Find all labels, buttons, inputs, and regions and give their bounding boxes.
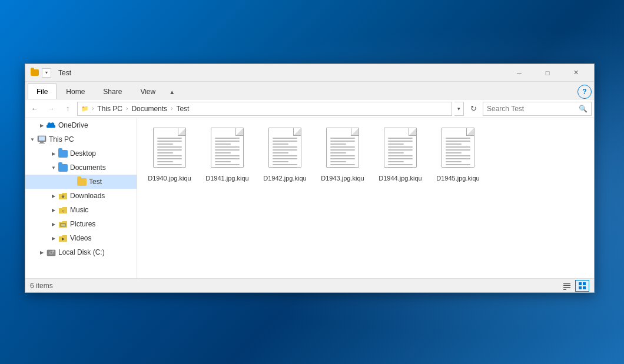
- doc-line: [157, 158, 182, 159]
- doc-line: [330, 146, 355, 148]
- folder-path-icon: 📁: [81, 105, 88, 112]
- file-item[interactable]: D1940.jpg.kiqu: [143, 124, 196, 186]
- svg-rect-13: [563, 287, 570, 288]
- file-name: D1944.jpg.kiqu: [379, 174, 421, 182]
- sidebar-item-thispc[interactable]: ▼ This PC: [25, 132, 137, 146]
- doc-line-short: [157, 161, 173, 162]
- refresh-button[interactable]: ↻: [466, 102, 480, 116]
- large-icons-view-icon: [578, 282, 586, 290]
- svg-rect-1: [39, 136, 45, 141]
- file-icon: [266, 128, 304, 172]
- doc-line-short: [330, 161, 346, 162]
- doc-line-short: [273, 161, 288, 162]
- test-folder-icon: [77, 178, 87, 186]
- music-folder-icon: ♫: [58, 205, 68, 215]
- pc-icon: [37, 135, 47, 144]
- file-item[interactable]: D1941.jpg.kiqu: [201, 124, 254, 186]
- pictures-label: Pictures: [70, 220, 95, 228]
- doc-line: [273, 167, 297, 168]
- file-item[interactable]: D1944.jpg.kiqu: [374, 124, 427, 186]
- sidebar-item-desktop[interactable]: ▶ Desktop: [25, 146, 137, 161]
- ribbon-tabs: File Home Share View ▲ ?: [25, 82, 594, 99]
- close-button[interactable]: ✕: [562, 64, 589, 82]
- doc-page: [211, 128, 244, 168]
- svg-rect-10: [52, 251, 54, 252]
- svg-point-9: [51, 252, 52, 253]
- path-documents[interactable]: Documents: [131, 105, 167, 113]
- item-count: 6 items: [30, 282, 560, 290]
- ribbon-collapse-icon[interactable]: ▲: [167, 85, 177, 99]
- address-dropdown-button[interactable]: ▾: [454, 102, 464, 116]
- sidebar-item-videos[interactable]: ▶ Videos: [25, 231, 137, 245]
- doc-line: [330, 138, 355, 139]
- doc-line: [446, 155, 470, 156]
- details-view-button[interactable]: [560, 280, 574, 292]
- title-arrow-down[interactable]: ▾: [42, 68, 51, 78]
- doc-line: [330, 141, 355, 142]
- expand-test-icon: [68, 177, 77, 186]
- tab-view[interactable]: View: [131, 84, 164, 99]
- sidebar-item-test[interactable]: Test: [25, 175, 137, 189]
- doc-line: [330, 164, 355, 165]
- doc-line: [446, 158, 470, 159]
- doc-line-short: [388, 152, 404, 153]
- doc-line: [330, 158, 355, 159]
- doc-line: [273, 155, 297, 156]
- file-item[interactable]: D1945.jpg.kiqu: [432, 124, 484, 186]
- large-icons-view-button[interactable]: [575, 280, 589, 292]
- expand-pictures-icon: ▶: [49, 219, 58, 229]
- help-button[interactable]: ?: [577, 85, 592, 99]
- svg-rect-18: [583, 286, 586, 289]
- back-button[interactable]: ←: [28, 102, 42, 116]
- doc-page: [384, 128, 417, 168]
- maximize-button[interactable]: □: [534, 64, 561, 82]
- svg-rect-16: [583, 282, 586, 285]
- disk-icon: [47, 248, 56, 257]
- expand-docs-icon: ▼: [49, 163, 58, 172]
- sidebar-item-music[interactable]: ▶ ♫ Music: [25, 203, 137, 217]
- forward-button[interactable]: →: [44, 102, 58, 116]
- view-buttons: [560, 280, 589, 292]
- up-button[interactable]: ↑: [61, 102, 75, 116]
- doc-line: [215, 138, 240, 139]
- address-path[interactable]: 📁 › This PC › Documents › Test: [77, 102, 452, 116]
- onedrive-label: OneDrive: [58, 121, 88, 129]
- file-item[interactable]: D1942.jpg.kiqu: [258, 124, 311, 186]
- doc-line: [446, 164, 470, 165]
- search-input[interactable]: [487, 105, 576, 113]
- doc-line-short: [330, 152, 346, 153]
- doc-lines: [388, 138, 413, 168]
- address-bar: ← → ↑ 📁 › This PC › Documents › Test ▾ ↻…: [25, 99, 594, 118]
- file-name: D1945.jpg.kiqu: [436, 174, 479, 182]
- cloud-icon: [47, 121, 56, 130]
- doc-line-short: [273, 152, 288, 153]
- sidebar-item-documents[interactable]: ▼ Documents: [25, 161, 137, 175]
- file-icon: [381, 128, 420, 172]
- sidebar: ▶ OneDrive ▼ This PC ▶: [25, 118, 137, 278]
- sidebar-item-pictures[interactable]: ▶ Pictures: [25, 217, 137, 231]
- path-thispc[interactable]: This PC: [97, 105, 122, 113]
- tab-home[interactable]: Home: [57, 84, 94, 99]
- content-area: ▶ OneDrive ▼ This PC ▶: [25, 118, 594, 278]
- tab-share[interactable]: Share: [94, 84, 131, 99]
- doc-line-short: [273, 143, 288, 145]
- expand-downloads-icon: ▶: [49, 191, 58, 201]
- file-name: D1941.jpg.kiqu: [205, 174, 248, 182]
- sidebar-item-onedrive[interactable]: ▶ OneDrive: [25, 118, 137, 132]
- videos-label: Videos: [70, 234, 91, 242]
- doc-line: [157, 149, 182, 151]
- doc-line: [157, 141, 182, 142]
- sidebar-item-localdisk[interactable]: ▶ Local Disk (C:): [25, 245, 137, 259]
- file-item[interactable]: D1943.jpg.kiqu: [316, 124, 369, 186]
- search-icon[interactable]: 🔍: [579, 105, 588, 113]
- sidebar-item-downloads[interactable]: ▶ Downloads: [25, 189, 137, 203]
- doc-line: [215, 164, 240, 165]
- path-test[interactable]: Test: [176, 105, 189, 113]
- doc-line: [388, 158, 413, 159]
- minimize-button[interactable]: ─: [506, 64, 533, 82]
- documents-folder-icon: [58, 164, 68, 172]
- tab-file[interactable]: File: [28, 84, 57, 99]
- downloads-folder-icon: [58, 191, 68, 201]
- doc-line: [330, 155, 355, 156]
- doc-line-short: [330, 143, 346, 145]
